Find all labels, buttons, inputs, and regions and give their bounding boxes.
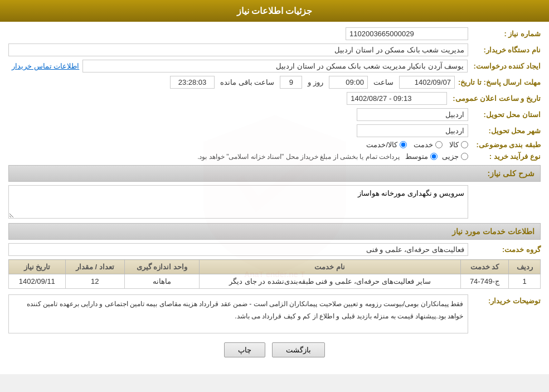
- deadline-date: 1402/09/07: [399, 76, 455, 89]
- requester-label: نام دستگاه خریدار:: [468, 46, 541, 54]
- purchase-label-jozi: جزیی: [442, 152, 459, 161]
- col-row: ردیف: [509, 260, 541, 274]
- deadline-time: 09:00: [329, 76, 368, 89]
- cell-row: 1: [509, 274, 541, 289]
- purchase-type-options: جزیی متوسط: [405, 152, 468, 161]
- col-code: کد خدمت: [460, 260, 508, 274]
- page-title: جزئیات اطلاعات نیاز: [237, 6, 313, 16]
- need-number-value: 1102003665000029: [346, 27, 468, 40]
- cat-radio-khedmat[interactable]: [435, 141, 443, 148]
- purchase-radio-jozi[interactable]: [461, 153, 468, 160]
- cell-date: 1402/09/11: [9, 274, 66, 289]
- back-button[interactable]: بازگشت: [272, 342, 325, 357]
- main-content: AnaT ender.ne T شماره نیاز : 11020036650…: [0, 22, 549, 363]
- creator-row: ایجاد کننده درخواست: یوسف آردن بانکیار م…: [8, 60, 541, 72]
- requester-value: مدیریت شعب بانک مسکن در استان اردبیل: [8, 43, 468, 56]
- cat-label-khedmat: خدمت: [414, 141, 433, 149]
- service-group-label: گروه خدمت:: [468, 245, 541, 254]
- deadline-remain: 23:28:03: [170, 76, 215, 89]
- city-label: شهر محل تحویل:: [468, 127, 541, 135]
- purchase-label-motevaset: متوسط: [405, 152, 428, 161]
- buyer-desc-value: فقط پیمانکاران بومی/بیوست رزومه و تعیین …: [8, 294, 468, 333]
- purchase-radio-motevaset[interactable]: [430, 153, 438, 160]
- cat-option-kala[interactable]: کالا: [449, 141, 468, 149]
- need-number-label: شماره نیاز :: [468, 30, 541, 38]
- purchase-opt-motevaset[interactable]: متوسط: [405, 152, 438, 161]
- deadline-remain-label: ساعت باقی مانده: [218, 78, 276, 86]
- cat-label-kala: کالا: [449, 141, 459, 149]
- cell-code: ج-749-74: [460, 274, 508, 289]
- buyer-desc-label: توضیحات خریدار:: [468, 294, 541, 305]
- cat-radio-kala[interactable]: [461, 141, 468, 148]
- cat-label-both: کالا/خدمت: [366, 141, 397, 149]
- deadline-day-label: روز و: [305, 78, 325, 86]
- province-value: اردبیل: [357, 108, 468, 121]
- province-label: استان محل تحویل:: [468, 110, 541, 119]
- announcement-label: تاریخ و ساعت اعلان عمومی:: [447, 94, 541, 103]
- need-number-row: شماره نیاز : 1102003665000029: [8, 27, 541, 40]
- page-header: جزئیات اطلاعات نیاز: [0, 0, 549, 22]
- buyer-desc-row: توضیحات خریدار: فقط پیمانکاران بومی/بیوس…: [8, 294, 541, 333]
- cat-option-khedmat[interactable]: خدمت: [414, 141, 443, 149]
- announcement-value: 1402/08/27 - 09:13: [347, 92, 447, 105]
- cat-radio-both[interactable]: [400, 141, 407, 148]
- requester-row: نام دستگاه خریدار: مدیریت شعب بانک مسکن …: [8, 43, 541, 56]
- purchase-type-label: نوع فرآیند خرید :: [468, 152, 541, 161]
- deadline-row: مهلت ارسال پاسخ: تا تاریخ: 1402/09/07 سا…: [8, 76, 541, 89]
- city-value: اردبیل: [357, 124, 468, 137]
- creator-value: یوسف آردن بانکیار مدیریت شعب بانک مسکن د…: [82, 60, 468, 72]
- print-button[interactable]: چاپ: [224, 342, 265, 357]
- cat-option-both[interactable]: کالا/خدمت: [366, 141, 407, 149]
- deadline-label: مهلت ارسال پاسخ: تا تاریخ:: [458, 78, 541, 86]
- announcement-row: تاریخ و ساعت اعلان عمومی: 1402/08/27 - 0…: [8, 92, 541, 105]
- deadline-days: 9: [280, 76, 302, 89]
- creator-label: ایجاد کننده درخواست:: [468, 62, 541, 70]
- cell-count: 12: [65, 274, 124, 289]
- button-row: بازگشت چاپ: [8, 342, 541, 357]
- category-label: طبقه بندی موضوعی:: [468, 141, 541, 149]
- contact-link[interactable]: اطلاعات تماس خریدار: [8, 60, 82, 72]
- col-date: تاریخ نیاز: [9, 260, 66, 274]
- col-count: تعداد / مقدار: [65, 260, 124, 274]
- deadline-time-label: ساعت: [371, 78, 396, 86]
- purchase-opt-jozi[interactable]: جزیی: [442, 152, 468, 161]
- watermark: AnaT ender.ne T: [186, 107, 364, 279]
